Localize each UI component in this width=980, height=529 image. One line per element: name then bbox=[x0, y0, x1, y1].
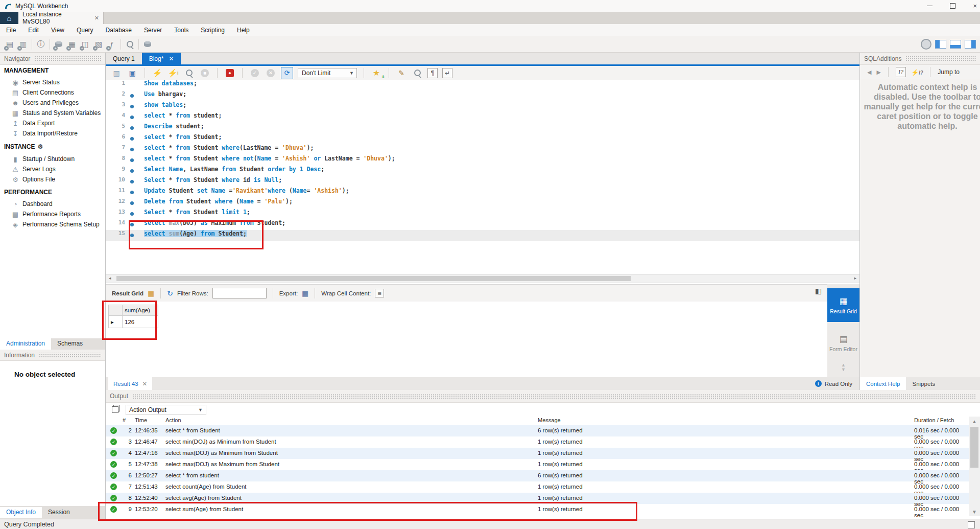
manual-context-help-button[interactable]: I? bbox=[896, 67, 906, 77]
output-mode-dropdown[interactable]: Action Output ▼ bbox=[126, 405, 206, 415]
stop-query-button[interactable]: ■ bbox=[199, 67, 210, 79]
connection-tab[interactable]: Local instance MySQL80 ✕ bbox=[18, 12, 104, 24]
toggle-output-area-button[interactable] bbox=[950, 40, 961, 49]
result-grid-view-button[interactable]: ▦ Result Grid bbox=[827, 288, 859, 322]
col-index[interactable]: # bbox=[123, 417, 126, 423]
menu-file[interactable]: File bbox=[0, 27, 22, 34]
sql-line[interactable]: 11Update Student set Name ='Ravikant'whe… bbox=[106, 187, 859, 198]
sql-line-selected[interactable]: 15select sum(Age) from Student; bbox=[106, 230, 859, 241]
open-script-button[interactable]: ▥ bbox=[111, 67, 122, 79]
refresh-icon[interactable]: ↻ bbox=[167, 289, 173, 297]
sql-line[interactable]: 13Select * from Student limit 1; bbox=[106, 209, 859, 219]
tab-object-info[interactable]: Object Info bbox=[0, 507, 42, 518]
output-row[interactable]: ✓512:47:38select max(DOJ) as Maximum fro… bbox=[106, 459, 969, 470]
sql-line[interactable]: 7select * from Student where(LastName = … bbox=[106, 144, 859, 155]
toggle-right-sidebar-button[interactable] bbox=[965, 40, 976, 49]
sidebar-item-data-export[interactable]: ↥Data Export bbox=[0, 118, 105, 128]
toggle-left-sidebar-button[interactable] bbox=[935, 40, 946, 49]
close-button[interactable]: × bbox=[973, 3, 977, 9]
search-data-button[interactable] bbox=[123, 38, 136, 51]
create-schema-button[interactable]: + bbox=[52, 38, 65, 51]
rollback-button[interactable]: ✕ bbox=[265, 67, 276, 79]
report-icon[interactable] bbox=[968, 521, 975, 528]
save-snippet-button[interactable]: ★ bbox=[371, 67, 382, 79]
output-row[interactable]: ✓612:50:27select * from student6 row(s) … bbox=[106, 470, 969, 481]
show-invisibles-toggle[interactable]: ¶ bbox=[427, 68, 438, 78]
execute-current-statement-button[interactable]: ⚡I bbox=[168, 67, 179, 79]
wrap-cell-content-toggle[interactable]: ≣ bbox=[375, 289, 384, 297]
create-function-button[interactable]: ƒ+ bbox=[105, 38, 118, 51]
sidebar-item-server-logs[interactable]: ⚠Server Logs bbox=[0, 164, 105, 174]
wrap-text-toggle[interactable]: ↵ bbox=[442, 68, 452, 78]
account-status-icon[interactable] bbox=[921, 39, 931, 50]
output-row[interactable]: ✓712:51:43select count(Age) from Student… bbox=[106, 481, 969, 493]
output-row[interactable]: ✓812:52:40select avg(Age) from Student1 … bbox=[106, 493, 969, 504]
stop-on-error-toggle[interactable]: ● bbox=[224, 67, 235, 79]
utilities-button[interactable] bbox=[141, 38, 154, 51]
menu-tools[interactable]: Tools bbox=[168, 27, 195, 34]
sql-line[interactable]: 1Show databases; bbox=[106, 80, 859, 90]
minimize-button[interactable] bbox=[927, 6, 933, 6]
output-row[interactable]: ✓312:46:47select min(DOJ) as Minimum fro… bbox=[106, 436, 969, 448]
execute-button[interactable]: ⚡ bbox=[152, 67, 163, 79]
output-row[interactable]: ✓912:53:20select sum(Age) from Student1 … bbox=[106, 504, 969, 515]
sidebar-item-options-file[interactable]: ⚙Options File bbox=[0, 174, 105, 185]
scrollbar-thumb[interactable] bbox=[116, 276, 631, 281]
output-row[interactable]: ✓212:46:35select * from Student6 row(s) … bbox=[106, 425, 969, 436]
tab-session[interactable]: Session bbox=[42, 507, 76, 518]
explain-plan-button[interactable] bbox=[183, 67, 195, 79]
menu-view[interactable]: View bbox=[45, 27, 70, 34]
sidebar-item-performance-schema-setup[interactable]: ◈Performance Schema Setup bbox=[0, 219, 105, 229]
sql-line[interactable]: 4select * from student; bbox=[106, 112, 859, 123]
export-icon[interactable]: ▦ bbox=[302, 289, 308, 297]
autocommit-toggle[interactable]: ⟳ bbox=[281, 67, 293, 79]
tab-query1[interactable]: Query 1 bbox=[106, 53, 142, 64]
sidebar-item-startup-shutdown[interactable]: ▮Startup / Shutdown bbox=[0, 154, 105, 164]
tab-context-help[interactable]: Context Help bbox=[860, 377, 906, 390]
sql-line[interactable]: 14select max(DOJ) as Maximum from Studen… bbox=[106, 219, 859, 230]
sql-line[interactable]: 10Select * from Student where id is Null… bbox=[106, 176, 859, 187]
form-editor-view-button[interactable]: ▤ Form Editor bbox=[827, 326, 859, 360]
output-row[interactable]: ✓412:47:16select max(DOJ) as Minimum fro… bbox=[106, 448, 969, 459]
tab-administration[interactable]: Administration bbox=[0, 338, 51, 350]
grid-corner-cell[interactable] bbox=[108, 305, 123, 316]
find-button[interactable] bbox=[412, 67, 423, 79]
beautify-query-button[interactable]: ✎ bbox=[396, 67, 407, 79]
sidebar-item-users-privileges[interactable]: ☻Users and Privileges bbox=[0, 98, 105, 108]
scroll-right-icon[interactable]: ▸ bbox=[854, 275, 856, 281]
sql-line[interactable]: 9Select Name, LastName from Student orde… bbox=[106, 166, 859, 176]
menu-scripting[interactable]: Scripting bbox=[195, 27, 231, 34]
tab-snippets[interactable]: Snippets bbox=[906, 377, 941, 390]
menu-server[interactable]: Server bbox=[138, 27, 168, 34]
sql-line[interactable]: 2Use bhargav; bbox=[106, 90, 859, 101]
new-sql-tab-button[interactable]: ▤+ bbox=[3, 38, 16, 51]
save-script-button[interactable]: ▣ bbox=[127, 67, 138, 79]
row-limit-dropdown[interactable]: Don't Limit▼ bbox=[298, 68, 357, 78]
col-action[interactable]: Action bbox=[165, 417, 181, 423]
sql-line[interactable]: 6select * from Student; bbox=[106, 133, 859, 144]
sidebar-item-dashboard[interactable]: ◔Dashboard bbox=[0, 199, 105, 209]
scrollbar-thumb[interactable] bbox=[970, 427, 978, 468]
menu-query[interactable]: Query bbox=[70, 27, 100, 34]
scroll-down-icon[interactable]: ▼ bbox=[969, 507, 980, 516]
filter-rows-input[interactable] bbox=[212, 288, 267, 298]
editor-horizontal-scrollbar[interactable]: ◂ ▸ bbox=[106, 274, 859, 283]
home-button[interactable]: ⌂ bbox=[0, 12, 18, 24]
tab-close-icon[interactable]: ✕ bbox=[169, 55, 174, 62]
tab-result-43[interactable]: Result 43✕ bbox=[108, 377, 152, 390]
jump-to-label[interactable]: Jump to bbox=[938, 68, 960, 76]
back-icon[interactable]: ◀ bbox=[867, 69, 871, 76]
grid-column-header[interactable]: sum(Age) bbox=[123, 305, 158, 316]
result-tab-close-icon[interactable]: ✕ bbox=[142, 380, 148, 387]
create-table-button[interactable]: ▦+ bbox=[65, 38, 79, 51]
grid-cell-value[interactable]: 126 bbox=[123, 316, 158, 328]
more-views-chevrons-icon[interactable]: ▲▼ bbox=[827, 363, 859, 372]
tab-schemas[interactable]: Schemas bbox=[51, 338, 89, 350]
sql-line[interactable]: 3show tables; bbox=[106, 101, 859, 112]
commit-button[interactable]: ✓ bbox=[249, 67, 260, 79]
sidebar-item-server-status[interactable]: ◉Server Status bbox=[0, 77, 105, 87]
sidebar-item-status-system-variables[interactable]: ▦Status and System Variables bbox=[0, 108, 105, 118]
sql-line[interactable]: 5Describe student; bbox=[106, 123, 859, 133]
open-sql-file-button[interactable]: ▥+ bbox=[16, 38, 30, 51]
sql-code-area[interactable]: 1Show databases; 2Use bhargav; 3show tab… bbox=[106, 80, 859, 274]
